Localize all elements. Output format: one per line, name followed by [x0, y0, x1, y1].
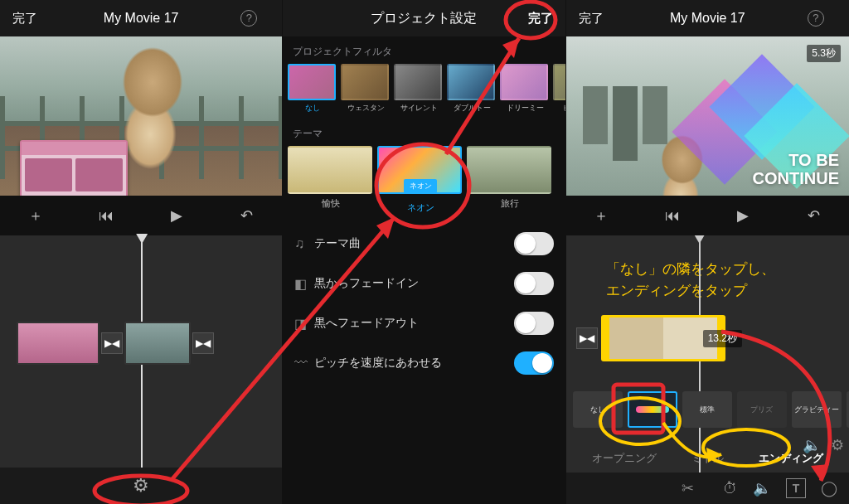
theme-fun[interactable]: 愉快	[288, 146, 374, 214]
undo-button[interactable]: ↶	[230, 206, 264, 225]
setting-pitch[interactable]: 〰 ピッチを速度にあわせる	[283, 343, 565, 383]
annotation-instruction-text: 「なし」の隣をタップし、 エンディングをタップ	[606, 259, 775, 301]
header: 完了 My Movie 17 ?	[566, 0, 849, 36]
sign-graphic	[20, 140, 128, 196]
filter-section-label: プロジェクトフィルタ	[283, 36, 565, 64]
transport-bar: ＋ ⏮ ▶ ↶	[566, 196, 849, 235]
help-icon: ?	[808, 10, 824, 27]
done-button[interactable]: 完了	[8, 11, 41, 27]
clip-duration-badge: 13.2秒	[703, 330, 742, 347]
setting-theme-song[interactable]: ♫ テーマ曲	[283, 224, 565, 264]
done-button[interactable]: 完了	[524, 11, 557, 27]
panel-title-edit: 完了 My Movie 17 ? 5.3秒 TO BE CONTINUE	[566, 0, 849, 504]
done-button[interactable]: 完了	[575, 11, 608, 27]
style-selected-wave[interactable]	[628, 391, 677, 428]
help-button[interactable]: ?	[240, 10, 274, 27]
filter-list: なし ウェスタン サイレント ダブルトー ドリーミー ビンテー	[283, 64, 565, 119]
setting-fade-out[interactable]: ◨ 黒へフェードアウト	[283, 303, 565, 343]
style-gravity[interactable]: グラビティー	[792, 391, 842, 428]
prev-button[interactable]: ⏮	[656, 207, 689, 225]
filter-none[interactable]: なし	[288, 64, 337, 114]
toggle-pitch[interactable]	[514, 351, 554, 375]
timeline-clip[interactable]	[17, 322, 99, 365]
toggle-theme-song[interactable]	[514, 232, 554, 255]
fadeout-icon: ◨	[294, 316, 314, 332]
toggle-fade-out[interactable]	[514, 312, 554, 335]
header: プロジェクト設定 完了	[283, 0, 565, 36]
timeline[interactable]: 「なし」の隣をタップし、 エンディングをタップ ▶◀ 13.2秒 なし 標準 プ…	[566, 235, 849, 504]
project-title: My Movie 17	[41, 11, 240, 26]
prev-button[interactable]: ⏮	[90, 207, 123, 225]
settings-title: プロジェクト設定	[324, 10, 523, 27]
panel-project-settings: プロジェクト設定 完了 プロジェクトフィルタ なし ウェスタン サイレント ダブ…	[283, 0, 565, 504]
transition-handle[interactable]: ▶◀	[576, 327, 598, 349]
title-text-overlay[interactable]: TO BE CONTINUE	[753, 151, 839, 187]
volume-icon[interactable]: 🔈	[803, 436, 821, 454]
theme-neon[interactable]: ネオン ネオン	[377, 146, 463, 214]
theme-section-label: テーマ	[283, 119, 565, 146]
volume-icon[interactable]: 🔈	[753, 479, 771, 497]
gear-icon: ⚙	[133, 475, 149, 496]
filter-duotone[interactable]: ダブルトー	[447, 64, 497, 114]
add-media-button[interactable]: ＋	[19, 206, 52, 225]
bottom-bar: ⚙	[0, 468, 282, 504]
timeline-clip[interactable]	[124, 322, 191, 365]
gear-icon[interactable]: ⚙	[831, 436, 844, 454]
title-style-list: なし 標準 プリズ グラビティー リビー	[566, 391, 849, 428]
music-icon: ♫	[294, 236, 314, 251]
playhead[interactable]	[141, 235, 143, 504]
tab-opening[interactable]: オープニング	[587, 448, 662, 469]
settings-list: ♫ テーマ曲 ◧ 黒からフェードイン ◨ 黒へフェードアウト 〰 ピッチを速度に…	[283, 224, 565, 383]
filters-icon[interactable]: ◯	[821, 479, 837, 497]
filter-vintage[interactable]: ビンテー	[553, 64, 565, 114]
style-reveal[interactable]: リビー	[847, 391, 849, 428]
clip-row: ▶◀ ▶◀	[17, 318, 282, 368]
fadein-icon: ◧	[294, 276, 314, 292]
filter-silent[interactable]: サイレント	[394, 64, 444, 114]
style-none[interactable]: なし	[573, 391, 623, 428]
transport-bar: ＋ ⏮ ▶ ↶	[0, 196, 282, 235]
filter-western[interactable]: ウェスタン	[341, 64, 391, 114]
toggle-fade-in[interactable]	[514, 272, 554, 295]
add-media-button[interactable]: ＋	[585, 206, 618, 225]
theme-travel[interactable]: 旅行	[467, 146, 553, 214]
pitch-icon: 〰	[294, 356, 314, 371]
transition-handle[interactable]: ▶◀	[192, 332, 214, 354]
speed-icon[interactable]: ⏱	[723, 480, 738, 497]
tab-middle[interactable]: ミドル	[686, 448, 729, 469]
filter-dreamy[interactable]: ドリーミー	[500, 64, 550, 114]
play-button[interactable]: ▶	[726, 206, 759, 225]
bottom-toolbar: ✂ ⏱ 🔈 T ◯	[566, 472, 849, 504]
settings-gear-button[interactable]: ⚙	[133, 475, 149, 497]
help-button[interactable]: ?	[808, 10, 841, 27]
video-preview[interactable]	[0, 36, 282, 196]
transition-handle[interactable]: ▶◀	[101, 332, 123, 354]
style-standard[interactable]: 標準	[682, 391, 732, 428]
header: 完了 My Movie 17 ?	[0, 0, 282, 36]
setting-fade-in[interactable]: ◧ 黒からフェードイン	[283, 264, 565, 303]
video-preview[interactable]: 5.3秒 TO BE CONTINUE	[566, 36, 849, 196]
style-prism[interactable]: プリズ	[737, 391, 787, 428]
panel-edit-timeline: 完了 My Movie 17 ? ＋ ⏮ ▶ ↶ ▶◀	[0, 0, 283, 504]
scissors-icon[interactable]: ✂	[682, 479, 694, 497]
theme-list: 愉快 ネオン ネオン 旅行	[283, 146, 565, 214]
text-tool-button[interactable]: T	[786, 478, 806, 498]
timeline[interactable]: ▶◀ ▶◀ ⚙	[0, 235, 282, 504]
audio-settings-icons: 🔈 ⚙	[803, 436, 844, 454]
play-button[interactable]: ▶	[160, 206, 193, 225]
help-icon: ?	[240, 10, 257, 27]
preview-duration-badge: 5.3秒	[807, 45, 841, 62]
undo-button[interactable]: ↶	[797, 206, 830, 225]
project-title: My Movie 17	[608, 11, 808, 26]
